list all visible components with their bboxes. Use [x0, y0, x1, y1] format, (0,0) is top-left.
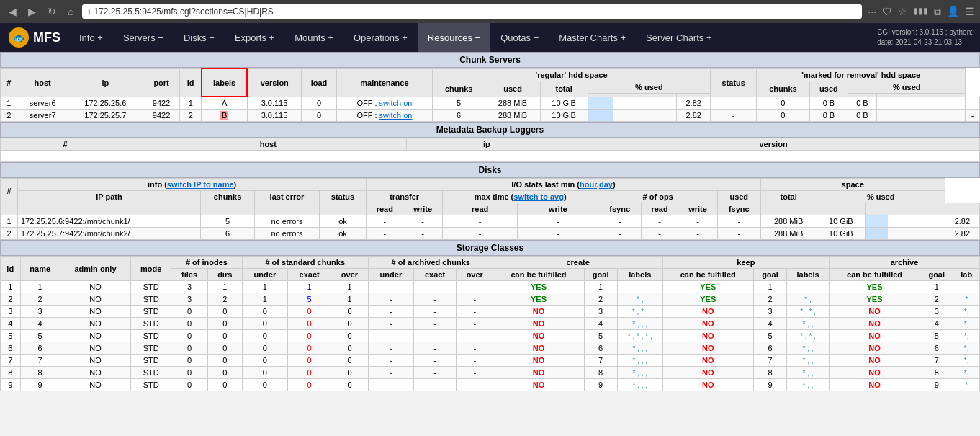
sc-c-labels: * , , ,: [617, 342, 662, 355]
menu-icon[interactable]: ☰: [965, 6, 974, 18]
sc-over2: -: [457, 318, 493, 330]
switch-ip-link[interactable]: switch IP to name: [167, 180, 234, 189]
sc-c-goal: 3: [584, 306, 617, 318]
browser-chrome: ◀ ▶ ↻ ⌂ ℹ 172.25.25.5:9425/mfs.cgi?secti…: [0, 0, 980, 23]
nav-operations[interactable]: Operations +: [343, 23, 418, 52]
cs-r-pct-val: 2.82: [677, 110, 711, 122]
sc-c-labels: * , , ,: [617, 318, 662, 330]
d-o-write: -: [678, 228, 718, 240]
th-mt-read: read: [443, 203, 518, 215]
sc-a-fulfilled: NO: [830, 318, 920, 330]
sc-admin: NO: [60, 293, 130, 306]
th-op-write: write: [678, 203, 718, 215]
forward-button[interactable]: ▶: [25, 4, 39, 19]
nav-quotas[interactable]: Quotas +: [490, 23, 549, 52]
sc-id: 1: [1, 281, 21, 293]
sc-a-labels: *: [953, 293, 980, 306]
sc-a-fulfilled: YES: [830, 293, 920, 306]
sc-files: 0: [171, 318, 208, 330]
cgi-date: date: 2021-04-23 21:03:13: [877, 37, 973, 48]
back-button[interactable]: ◀: [6, 4, 19, 19]
sc-under2: -: [368, 281, 413, 293]
sc-over2: -: [457, 355, 493, 367]
switch-avg-link[interactable]: switch to avg: [513, 192, 564, 201]
cs-m-pct-val: -: [966, 97, 980, 110]
cs-r-pct-bar: [588, 97, 677, 110]
sc-name: 9: [20, 379, 60, 391]
sc-a-goal: 6: [920, 342, 953, 355]
sc-admin: NO: [60, 281, 130, 293]
sc-a-fulfilled: NO: [830, 379, 920, 391]
nav-exports[interactable]: Exports +: [225, 23, 284, 52]
d-t-read: -: [367, 228, 403, 240]
star-icon[interactable]: ☆: [898, 6, 907, 18]
sc-under2: -: [368, 355, 413, 367]
th-ip: ip: [68, 68, 143, 97]
switch-on-link[interactable]: switch on: [379, 111, 413, 120]
sc-over: 0: [331, 355, 368, 367]
sc-admin: NO: [60, 379, 130, 391]
nav-info[interactable]: Info +: [69, 23, 113, 52]
sc-c-fulfilled: NO: [493, 379, 584, 391]
th-sc-std-chunks: # of standard chunks: [242, 257, 368, 269]
th-sc-arch-chunks: # of archived chunks: [368, 257, 493, 269]
chunk-servers-header: Chunk Servers: [0, 52, 980, 68]
cs-version: 3.0.115: [247, 110, 301, 122]
sc-exact2: -: [413, 281, 456, 293]
sc-c-labels: * , * , * ,: [617, 330, 662, 342]
sc-a-goal: 8: [920, 367, 953, 379]
d-o-write: -: [678, 215, 718, 228]
sc-a-labels: *: [953, 379, 980, 391]
chunk-servers-section: Chunk Servers # host ip port id labels v…: [0, 52, 980, 122]
home-button[interactable]: ⌂: [65, 4, 76, 19]
browser-right-icons: ··· 🛡 ☆ ▮▮▮ ⧉ 👤 ☰: [868, 6, 974, 18]
d-last-error: no errors: [255, 215, 320, 228]
sc-over: 1: [331, 293, 368, 306]
reload-button[interactable]: ↻: [45, 4, 59, 19]
sc-a-goal: 9: [920, 379, 953, 391]
sc-files: 3: [171, 281, 208, 293]
sc-k-fulfilled: NO: [662, 318, 753, 330]
th-d-used: used: [717, 191, 760, 203]
cs-r-chunks: 6: [432, 110, 485, 122]
d-status: ok: [319, 215, 366, 228]
d-chunks: 6: [200, 228, 254, 240]
sc-a-goal: 4: [920, 318, 953, 330]
cgi-version: CGI version: 3.0.115 ; python:: [877, 27, 973, 37]
disks-table: # info (switch IP to name) I/O stats las…: [0, 178, 980, 240]
table-row: 4 4 NO STD 0 0 0 0 0 - - - NO 4 * , , , …: [1, 318, 980, 330]
sc-over: 0: [331, 367, 368, 379]
cs-m-used: 0 B: [809, 97, 848, 110]
nav-disks[interactable]: Disks −: [174, 23, 225, 52]
nav-master-charts[interactable]: Master Charts +: [549, 23, 636, 52]
sc-dirs: 0: [207, 330, 242, 342]
metadata-backup-section: Metadata Backup Loggers # host ip versio…: [0, 122, 980, 162]
metadata-backup-table: # host ip version: [0, 138, 980, 162]
sc-admin: NO: [60, 342, 130, 355]
sc-over2: -: [457, 367, 493, 379]
nav-resources[interactable]: Resources −: [418, 23, 490, 52]
d-ip-path: 172.25.25.7:9422:/mnt/chunk2/: [17, 228, 200, 240]
d-num: 1: [1, 215, 18, 228]
switch-on-link[interactable]: switch on: [379, 99, 413, 107]
nav-servers[interactable]: Servers −: [113, 23, 174, 52]
sc-under: 0: [242, 330, 288, 342]
table-row: 6 6 NO STD 0 0 0 0 0 - - - NO 6 * , , , …: [1, 342, 980, 355]
sc-files: 0: [171, 306, 208, 318]
address-bar[interactable]: ℹ 172.25.25.5:9425/mfs.cgi?sections=CS|H…: [82, 4, 862, 19]
sc-under: 0: [242, 342, 288, 355]
d-used: 288 MiB: [760, 228, 817, 240]
nav-mounts[interactable]: Mounts +: [284, 23, 343, 52]
sc-mode: STD: [131, 330, 171, 342]
th-sc-archive: archive: [830, 257, 980, 269]
more-icon[interactable]: ···: [868, 6, 876, 18]
d-m-write: -: [518, 215, 598, 228]
th-r-pct: % used: [588, 81, 711, 93]
cs-m-chunks: 0: [757, 110, 809, 122]
sc-name: 3: [20, 306, 60, 318]
nav-server-charts[interactable]: Server Charts +: [636, 23, 721, 52]
switch-hour-link[interactable]: hour: [580, 180, 597, 189]
switch-day-link[interactable]: day: [599, 180, 613, 189]
sc-over2: -: [457, 293, 493, 306]
sc-exact2: -: [413, 379, 456, 391]
